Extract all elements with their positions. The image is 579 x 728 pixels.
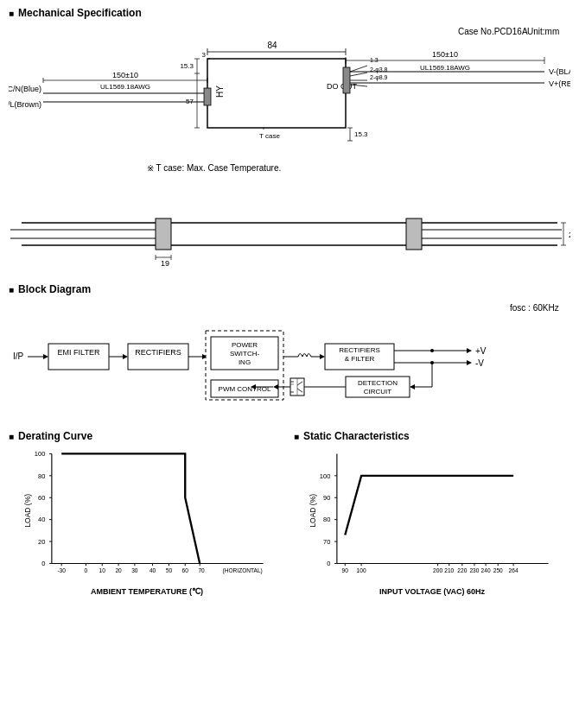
mechanical-diagram: Case No.PCD16A Unit:mm HY DO OUT 84 3 [9, 24, 570, 214]
svg-text:PWM CONTROL: PWM CONTROL [219, 385, 271, 393]
svg-text:& FILTER: & FILTER [345, 355, 375, 363]
svg-text:I/P: I/P [13, 351, 24, 361]
derating-xlabel: AMBIENT TEMPERATURE (℃) [9, 587, 285, 596]
svg-text:240: 240 [481, 567, 491, 573]
mechanical-title: Mechanical Specification [9, 7, 570, 19]
svg-rect-37 [343, 67, 350, 93]
svg-rect-2 [207, 59, 346, 128]
svg-text:70: 70 [198, 567, 205, 573]
svg-text:RECTIFIERS: RECTIFIERS [135, 348, 181, 357]
svg-text:0: 0 [327, 560, 330, 567]
svg-line-39 [350, 73, 367, 76]
svg-text:EMI FILTER: EMI FILTER [58, 348, 100, 357]
svg-text:+V: +V [475, 346, 487, 356]
svg-text:POWER: POWER [232, 341, 258, 349]
side-view-svg: 29.5 19 [9, 214, 570, 270]
static-chart: LOAD (%) 0 70 80 90 100 90 [294, 446, 570, 584]
svg-text:V+(RED): V+(RED) [549, 79, 570, 88]
svg-text:19: 19 [161, 259, 169, 268]
mechanical-svg: Case No.PCD16A Unit:mm HY DO OUT 84 3 [9, 24, 570, 214]
static-section: Static Characteristics LOAD (%) 0 70 80 [294, 430, 570, 596]
svg-text:UL1569.18AWG: UL1569.18AWG [420, 64, 470, 72]
svg-text:230: 230 [469, 567, 479, 573]
svg-text:30: 30 [131, 567, 138, 573]
page: Mechanical Specification Case No.PCD16A … [0, 0, 579, 603]
svg-text:LOAD (%): LOAD (%) [309, 494, 317, 528]
svg-text:3: 3 [202, 51, 207, 59]
svg-text:60: 60 [38, 494, 45, 502]
svg-text:Case No.PCD16A: Case No.PCD16A [458, 27, 528, 36]
svg-text:90: 90 [342, 567, 349, 573]
svg-text:80: 80 [38, 472, 45, 480]
side-view: 29.5 19 [9, 214, 570, 266]
svg-text:20: 20 [38, 538, 45, 546]
svg-text:0: 0 [41, 560, 45, 567]
svg-line-38 [350, 66, 367, 72]
block-diagram-svg: fosc : 60KHz I/P EMI FILTER RECTIFIERS [9, 301, 570, 413]
block-title: Block Diagram [9, 283, 570, 295]
svg-rect-27 [204, 88, 211, 105]
svg-text:60: 60 [182, 567, 189, 573]
svg-marker-71 [43, 354, 48, 359]
svg-text:90: 90 [323, 494, 330, 502]
svg-text:80: 80 [323, 516, 330, 523]
svg-text:fosc : 60KHz: fosc : 60KHz [510, 303, 559, 313]
svg-text:DETECTION: DETECTION [358, 379, 398, 387]
svg-text:15.3: 15.3 [180, 62, 194, 70]
svg-text:50: 50 [166, 567, 173, 573]
svg-text:100: 100 [320, 472, 331, 480]
svg-text:1.3: 1.3 [370, 57, 379, 63]
svg-rect-55 [406, 218, 422, 250]
svg-text:Unit:mm: Unit:mm [527, 27, 559, 36]
svg-text:10: 10 [99, 567, 106, 573]
svg-text:100: 100 [357, 567, 366, 573]
svg-text:100: 100 [35, 450, 46, 458]
svg-text:264: 264 [509, 567, 519, 573]
svg-text:220: 220 [457, 567, 467, 573]
svg-text:210: 210 [444, 567, 454, 573]
mechanical-section: Mechanical Specification Case No.PCD16A … [9, 7, 570, 266]
svg-text:150±10: 150±10 [112, 71, 138, 79]
svg-text:HY: HY [215, 85, 225, 98]
svg-text:-V: -V [475, 358, 484, 368]
svg-text:RECTIFIERS: RECTIFIERS [339, 346, 380, 354]
derating-chart: LOAD (%) 0 20 40 60 80 100 [9, 446, 285, 584]
svg-text:CIRCUIT: CIRCUIT [364, 388, 392, 396]
svg-rect-54 [156, 218, 171, 250]
block-diagram-container: fosc : 60KHz I/P EMI FILTER RECTIFIERS [9, 301, 570, 413]
block-section: Block Diagram fosc : 60KHz I/P EMI FILTE… [9, 283, 570, 413]
svg-text:15.3: 15.3 [354, 130, 368, 138]
svg-marker-75 [123, 354, 128, 359]
static-xlabel: INPUT VOLTAGE (VAC) 60Hz [294, 587, 570, 596]
svg-marker-89 [320, 354, 325, 359]
svg-text:(HORIZONTAL): (HORIZONTAL) [223, 567, 263, 574]
svg-marker-105 [410, 384, 415, 389]
svg-marker-98 [467, 348, 472, 353]
svg-marker-101 [467, 360, 472, 365]
svg-text:UL1569.18AWG: UL1569.18AWG [100, 83, 150, 91]
svg-text:LOAD (%): LOAD (%) [23, 494, 32, 528]
svg-text:-30: -30 [57, 567, 66, 573]
svg-text:2-φ8.9: 2-φ8.9 [370, 74, 388, 81]
svg-text:200: 200 [433, 567, 442, 573]
svg-text:AC/L(Brown): AC/L(Brown) [9, 100, 41, 109]
svg-text:2-φ3.8: 2-φ3.8 [370, 66, 388, 73]
svg-text:150±10: 150±10 [432, 50, 458, 59]
svg-text:AC/N(Blue): AC/N(Blue) [9, 85, 41, 93]
svg-text:※ T case: Max. Case Temperatur: ※ T case: Max. Case Temperature. [147, 163, 281, 173]
svg-text:84: 84 [267, 41, 277, 50]
svg-text:70: 70 [323, 538, 330, 546]
svg-text:250: 250 [493, 567, 503, 573]
svg-text:T case: T case [259, 132, 280, 140]
svg-text:ING: ING [239, 358, 251, 366]
curves-row: Derating Curve LOAD (%) 0 20 40 [9, 430, 570, 596]
svg-text:SWITCH-: SWITCH- [230, 350, 260, 358]
svg-text:29.5: 29.5 [569, 231, 570, 239]
svg-text:20: 20 [115, 567, 122, 573]
derating-section: Derating Curve LOAD (%) 0 20 40 [9, 430, 285, 596]
svg-text:V-(BLACK): V-(BLACK) [549, 67, 570, 76]
svg-text:40: 40 [38, 516, 45, 523]
svg-text:40: 40 [150, 567, 156, 573]
static-title: Static Characteristics [294, 430, 570, 442]
derating-title: Derating Curve [9, 430, 285, 442]
